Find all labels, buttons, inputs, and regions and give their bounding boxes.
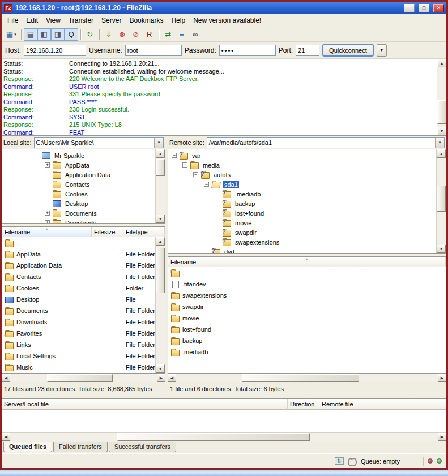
tree-item-movie[interactable]: ?movie bbox=[168, 218, 434, 228]
maximize-button[interactable]: □ bbox=[419, 4, 429, 12]
menu-item-edit[interactable]: Edit bbox=[22, 15, 42, 26]
file-row-music[interactable]: MusicFile Folder bbox=[2, 362, 155, 373]
tree-item-autofs[interactable]: −?autofs bbox=[168, 170, 434, 179]
log-scrollbar[interactable]: ▲▼ bbox=[437, 59, 446, 135]
title-bar[interactable]: Fz 192.168.1.20 - root@192.168.1.20 - Fi… bbox=[2, 2, 446, 14]
close-button[interactable]: ✕ bbox=[433, 4, 444, 12]
scroll-up-button[interactable]: ▲ bbox=[156, 237, 165, 246]
tree-item-media[interactable]: −media bbox=[168, 160, 434, 170]
directory-comparison-button[interactable]: ≡ bbox=[175, 28, 189, 41]
password-input[interactable] bbox=[219, 45, 276, 56]
scroll-track[interactable] bbox=[156, 158, 165, 215]
reconnect-button[interactable]: R bbox=[143, 28, 156, 41]
tree-item-contacts[interactable]: Contacts bbox=[2, 179, 153, 189]
local-tree-scrollbar[interactable]: ▲▼ bbox=[155, 149, 165, 223]
file-row-documents[interactable]: DocumentsFile Folder bbox=[2, 305, 155, 316]
collapse-icon[interactable]: − bbox=[172, 153, 177, 158]
file-row-contacts[interactable]: ContactsFile Folder bbox=[2, 271, 155, 282]
menu-item-view[interactable]: View bbox=[42, 15, 65, 26]
scroll-thumb[interactable] bbox=[47, 374, 113, 382]
minimize-button[interactable]: ─ bbox=[404, 4, 415, 12]
scroll-up-button[interactable]: ▲ bbox=[156, 149, 165, 158]
column-header-filesize[interactable]: Filesize bbox=[92, 227, 123, 237]
menu-item-file[interactable]: File bbox=[3, 15, 22, 26]
scroll-track[interactable] bbox=[437, 67, 446, 127]
file-row-local-settings[interactable]: Local SettingsFile Folder bbox=[2, 350, 155, 362]
scroll-right-button[interactable]: ▶ bbox=[438, 374, 446, 382]
file-row-desktop[interactable]: DesktopFile bbox=[2, 294, 155, 305]
tab-failed-transfers[interactable]: Failed transfers bbox=[53, 442, 108, 452]
scroll-right-button[interactable]: ▶ bbox=[438, 433, 446, 441]
file-row-mediadb[interactable]: .mediadb bbox=[168, 346, 446, 358]
column-header-direction[interactable]: Direction bbox=[288, 399, 319, 410]
file-row-links[interactable]: LinksFile Folder bbox=[2, 339, 155, 350]
menu-item-new-version-available[interactable]: New version available! bbox=[189, 15, 265, 26]
file-row-up[interactable]: ↑.. bbox=[168, 267, 446, 278]
collapse-icon[interactable]: − bbox=[182, 162, 187, 168]
scroll-left-button[interactable]: ◀ bbox=[168, 374, 176, 382]
host-input[interactable] bbox=[24, 45, 86, 56]
queue-hscrollbar[interactable]: ◀▶ bbox=[2, 432, 446, 441]
scroll-left-button[interactable]: ◀ bbox=[2, 374, 10, 382]
local-list-hscrollbar[interactable]: ◀▶ bbox=[2, 374, 165, 382]
column-header-filename[interactable]: ▲ Filename bbox=[2, 227, 92, 237]
toggle-remote-tree-button[interactable]: ◨ bbox=[51, 28, 65, 41]
toggle-local-tree-button[interactable]: ◧ bbox=[37, 28, 51, 41]
username-input[interactable] bbox=[125, 45, 182, 56]
file-row-lost-found[interactable]: lost+found bbox=[168, 324, 446, 335]
menu-item-help[interactable]: Help bbox=[167, 15, 189, 26]
tree-item-desktop[interactable]: Desktop bbox=[2, 199, 153, 208]
collapse-icon[interactable]: − bbox=[204, 182, 209, 187]
site-manager-button[interactable]: ▦▾ bbox=[4, 28, 19, 41]
filter-button[interactable]: ∞ bbox=[189, 28, 202, 41]
tree-item-dvd[interactable]: ?dvd bbox=[168, 247, 434, 254]
disconnect-button[interactable]: ⊘ bbox=[129, 28, 143, 41]
column-header-filetype[interactable]: Filetype bbox=[123, 227, 165, 237]
expand-icon[interactable]: + bbox=[45, 220, 50, 224]
quickconnect-dropdown-button[interactable]: ▼ bbox=[377, 44, 387, 57]
scroll-track[interactable] bbox=[437, 158, 446, 245]
file-row-movie[interactable]: movie bbox=[168, 312, 446, 324]
remote-tree-scrollbar[interactable]: ▲▼ bbox=[436, 149, 446, 253]
tree-item-documents[interactable]: +Documents bbox=[2, 208, 153, 218]
file-row-up[interactable]: ↑.. bbox=[2, 237, 155, 248]
column-header-filename[interactable]: ▲ Filename bbox=[168, 257, 446, 267]
tree-item-var[interactable]: −?var bbox=[168, 151, 434, 160]
tree-item-downloads[interactable]: +Downloads bbox=[2, 218, 153, 224]
scroll-track[interactable] bbox=[176, 374, 438, 382]
sync-browsing-button[interactable]: ⇄ bbox=[161, 28, 175, 41]
tree-item-appdata[interactable]: +AppData bbox=[2, 160, 153, 170]
file-row-titandev[interactable]: .titandev bbox=[168, 278, 446, 290]
tab-queued-files[interactable]: Queued files bbox=[3, 442, 52, 452]
tab-successful-transfers[interactable]: Successful transfers bbox=[109, 442, 176, 452]
menu-item-server[interactable]: Server bbox=[97, 15, 125, 26]
remote-site-combo[interactable]: /var/media/autofs/sda1 ▼ bbox=[207, 137, 445, 148]
expand-icon[interactable]: + bbox=[45, 162, 50, 168]
process-queue-button[interactable]: ⇓ bbox=[102, 28, 116, 41]
refresh-button[interactable]: ↻ bbox=[83, 28, 97, 41]
scroll-thumb[interactable] bbox=[156, 159, 165, 176]
column-header-remote-file[interactable]: Remote file bbox=[319, 399, 446, 410]
file-row-swapdir[interactable]: swapdir bbox=[168, 301, 446, 312]
column-header-server-local-file[interactable]: Server/Local file bbox=[2, 399, 288, 410]
scroll-track[interactable] bbox=[10, 374, 157, 382]
quickconnect-button[interactable]: Quickconnect bbox=[322, 44, 374, 57]
port-input[interactable] bbox=[296, 45, 319, 56]
scroll-down-button[interactable]: ▼ bbox=[437, 127, 446, 135]
chevron-down-icon[interactable]: ▼ bbox=[435, 138, 444, 148]
local-site-combo[interactable]: C:\Users\Mr Sparkle\ ▼ bbox=[34, 137, 164, 148]
scroll-left-button[interactable]: ◀ bbox=[2, 433, 10, 441]
scroll-up-button[interactable]: ▲ bbox=[437, 149, 446, 158]
toggle-log-button[interactable]: ▤ bbox=[24, 28, 37, 41]
scroll-thumb[interactable] bbox=[156, 248, 165, 293]
scroll-thumb[interactable] bbox=[437, 186, 446, 212]
scroll-right-button[interactable]: ▶ bbox=[157, 374, 165, 382]
remote-list-hscrollbar[interactable]: ◀▶ bbox=[168, 374, 446, 382]
tree-item-lost-found[interactable]: ?lost+found bbox=[168, 208, 434, 218]
file-row-application-data[interactable]: Application DataFile Folder bbox=[2, 260, 155, 271]
tree-item-sda1[interactable]: −sda1 bbox=[168, 179, 434, 189]
tree-item-backup[interactable]: ?backup bbox=[168, 199, 434, 208]
tree-item-swapdir[interactable]: ?swapdir bbox=[168, 228, 434, 237]
scroll-thumb[interactable] bbox=[242, 374, 360, 382]
local-list-scrollbar[interactable]: ▲▼ bbox=[155, 237, 165, 373]
